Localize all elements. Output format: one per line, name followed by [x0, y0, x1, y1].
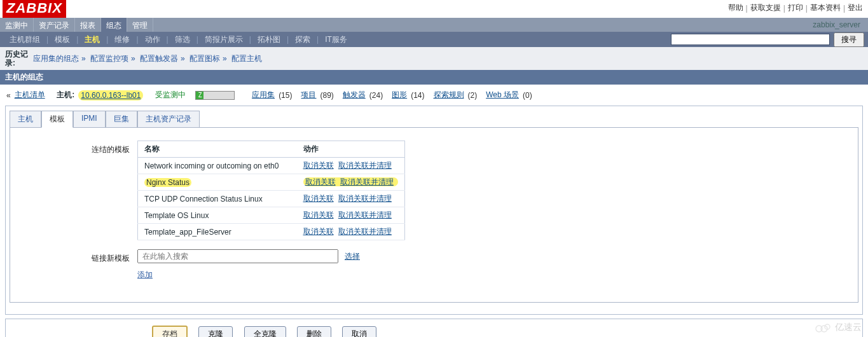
crumb-4[interactable]: 配置主机: [231, 54, 262, 63]
host-label: 主机:: [57, 90, 74, 100]
count-discovery-n: (2): [468, 91, 478, 100]
template-name-cell: Nginx Status: [138, 174, 297, 191]
count-graphs-n: (14): [411, 91, 424, 100]
breadcrumb: 历史记录: 应用集的组态» 配置监控项» 配置触发器» 配置图标» 配置主机: [0, 47, 868, 70]
unlink-clear-link[interactable]: 取消关联并清理: [340, 177, 394, 186]
unlink-link[interactable]: 取消关联: [303, 210, 334, 219]
table-row: Network incoming or outcoming on eth0取消关…: [138, 158, 405, 174]
full-clone-button[interactable]: 全克隆: [244, 326, 286, 337]
count-items[interactable]: 项目: [301, 90, 316, 100]
linked-templates-table: 名称动作 Network incoming or outcoming on et…: [137, 141, 405, 240]
host-tabs: 主机 模板 IPMI 巨集 主机资产记录: [10, 110, 858, 127]
host-summary-row: « 主机清单 主机: 10.60.0.163--lb01 受监测中 Z 应用集 …: [0, 85, 868, 106]
link-support[interactable]: 获取支援: [750, 3, 781, 13]
zabbix-logo: ZABBIX: [3, 0, 66, 18]
cancel-button[interactable]: 取消: [342, 326, 376, 337]
link-profile[interactable]: 基本资料: [810, 3, 841, 13]
template-name-cell: Network incoming or outcoming on eth0: [138, 158, 297, 174]
nav2-templates[interactable]: 模板: [49, 32, 76, 48]
template-name-cell: Template OS Linux: [138, 207, 297, 224]
unlink-clear-link[interactable]: 取消关联并清理: [338, 161, 392, 170]
count-web[interactable]: Web 场景: [486, 90, 519, 100]
nav2-maps[interactable]: 拓朴图: [252, 32, 286, 48]
linked-templates-label: 连结的模板: [74, 141, 137, 155]
count-applications[interactable]: 应用集: [252, 90, 275, 100]
table-row: Template_app_FileServer取消关联 取消关联并清理: [138, 224, 405, 240]
crumb-3[interactable]: 配置图标: [189, 54, 220, 63]
link-logout[interactable]: 登出: [848, 3, 863, 13]
crumb-0[interactable]: 应用集的组态: [33, 54, 79, 63]
nav2-slideshows[interactable]: 简报片展示: [199, 32, 249, 48]
nav1-inventory[interactable]: 资产记录: [34, 18, 75, 32]
monitored-status: 受监测中: [155, 90, 186, 100]
count-web-n: (0): [523, 91, 532, 100]
form-actions: 存档 克隆 全克隆 删除 取消: [5, 319, 863, 337]
nav2-discovery[interactable]: 探索: [289, 32, 316, 48]
unlink-clear-link[interactable]: 取消关联并清理: [338, 210, 392, 219]
watermark: 亿速云: [815, 322, 862, 333]
global-search-input[interactable]: [671, 34, 830, 45]
crumb-1[interactable]: 配置监控项: [90, 54, 128, 63]
clone-button[interactable]: 克隆: [198, 326, 233, 337]
tab-templates[interactable]: 模板: [41, 111, 73, 128]
nav1-reports[interactable]: 报表: [75, 18, 101, 32]
unlink-clear-link[interactable]: 取消关联并清理: [338, 194, 392, 203]
availability-indicator: Z: [195, 91, 235, 100]
count-graphs[interactable]: 图形: [392, 90, 407, 100]
save-button[interactable]: 存档: [152, 326, 188, 337]
nav1-administration[interactable]: 管理: [127, 18, 153, 32]
count-triggers-n: (24): [369, 91, 383, 100]
table-row: TCP UDP Connection Status Linux取消关联 取消关联…: [138, 191, 405, 207]
tab-host[interactable]: 主机: [10, 111, 41, 128]
template-name-cell: Template_app_FileServer: [138, 224, 297, 240]
template-name-cell: TCP UDP Connection Status Linux: [138, 191, 297, 207]
template-select-link[interactable]: 选择: [345, 251, 360, 262]
top-utility-links: 帮助| 获取支援| 打印| 基本资料| 登出: [728, 0, 864, 13]
nav2-hosts[interactable]: 主机: [79, 32, 106, 48]
nav1-monitoring[interactable]: 监测中: [0, 18, 34, 32]
nav2-actions[interactable]: 动作: [139, 32, 166, 48]
nav2-screens[interactable]: 筛选: [169, 32, 196, 48]
th-name: 名称: [138, 141, 297, 158]
count-discovery[interactable]: 探索规则: [434, 90, 464, 100]
count-triggers[interactable]: 触发器: [343, 90, 366, 100]
global-search-button[interactable]: 搜寻: [834, 32, 864, 47]
template-add-link[interactable]: 添加: [137, 270, 360, 280]
tab-ipmi[interactable]: IPMI: [73, 111, 106, 128]
history-label: 历史记录:: [5, 50, 33, 67]
unlink-link[interactable]: 取消关联: [305, 177, 336, 186]
tab-macros[interactable]: 巨集: [106, 111, 137, 128]
link-new-template-label: 链接新模板: [74, 249, 137, 264]
unlink-link[interactable]: 取消关联: [303, 227, 334, 236]
nav2-hostgroups[interactable]: 主机群组: [4, 32, 46, 48]
unlink-link[interactable]: 取消关联: [303, 161, 334, 170]
table-row: Template OS Linux取消关联 取消关联并清理: [138, 207, 405, 224]
crumb-2[interactable]: 配置触发器: [140, 54, 178, 63]
link-help[interactable]: 帮助: [728, 3, 743, 13]
th-action: 动作: [297, 141, 405, 158]
count-items-n: (89): [320, 91, 333, 100]
nav2-maintenance[interactable]: 维修: [109, 32, 135, 48]
count-applications-n: (15): [279, 91, 292, 100]
main-nav: 监测中 资产记录 报表 组态 管理 zabbix_server: [0, 18, 868, 32]
tab-inventory[interactable]: 主机资产记录: [137, 111, 200, 128]
back-host-list[interactable]: 主机清单: [15, 90, 45, 100]
nav1-configuration[interactable]: 组态: [101, 18, 127, 32]
link-print[interactable]: 打印: [788, 3, 803, 13]
delete-button[interactable]: 删除: [297, 326, 331, 337]
server-name: zabbix_server: [813, 18, 868, 32]
host-name-link[interactable]: 10.60.0.163--lb01: [81, 91, 141, 100]
nav2-itservice[interactable]: IT服务: [319, 32, 353, 48]
unlink-link[interactable]: 取消关联: [303, 194, 334, 203]
unlink-clear-link[interactable]: 取消关联并清理: [338, 227, 392, 236]
template-search-input[interactable]: [137, 249, 338, 263]
section-title: 主机的组态: [0, 70, 868, 85]
table-row: Nginx Status取消关联 取消关联并清理: [138, 174, 405, 191]
sub-nav: 主机群组| 模板| 主机| 维修| 动作| 筛选| 简报片展示| 拓朴图| 探索…: [0, 32, 868, 47]
